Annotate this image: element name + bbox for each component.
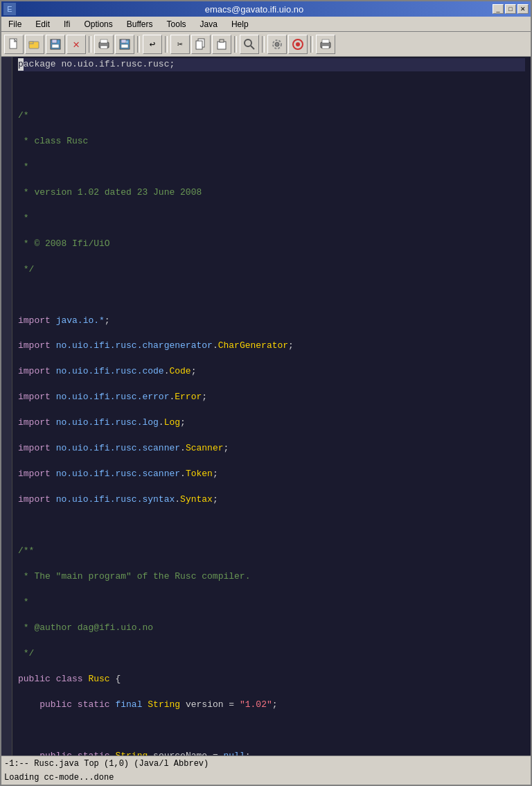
svg-point-19 — [275, 42, 279, 46]
status-bar: -1:-- Rusc.java Top (1,0) (Java/l Abbrev… — [1, 756, 531, 771]
print-button[interactable] — [94, 35, 114, 54]
toolbar-sep3 — [165, 36, 168, 53]
maximize-button[interactable]: □ — [505, 4, 516, 14]
line-gutter — [1, 57, 12, 756]
window-title: emacs@gavato.ifi.uio.no — [16, 4, 493, 15]
minibuffer[interactable]: Loading cc-mode...done — [1, 771, 531, 785]
svg-rect-2 — [29, 42, 33, 44]
svg-point-17 — [245, 40, 251, 46]
title-bar: E emacs@gavato.ifi.uio.no _ □ ✕ — [1, 1, 531, 17]
menu-ifi[interactable]: Ifi — [60, 18, 74, 30]
save-file-button[interactable] — [46, 35, 65, 54]
svg-text:+: + — [125, 40, 128, 44]
menu-java[interactable]: Java — [196, 18, 222, 30]
toolbar-sep4 — [234, 36, 237, 53]
svg-rect-16 — [220, 40, 224, 42]
svg-rect-11 — [121, 44, 128, 48]
close-window-button[interactable]: ✕ — [517, 4, 529, 14]
toolbar-sep5 — [262, 36, 265, 53]
text-cursor: p — [18, 58, 24, 71]
run-button[interactable] — [288, 35, 308, 54]
main-window: E emacs@gavato.ifi.uio.no _ □ ✕ File Edi… — [0, 0, 532, 786]
svg-rect-25 — [322, 46, 329, 49]
menu-edit[interactable]: Edit — [31, 18, 54, 30]
menu-bar: File Edit Ifi Options Buffers Tools Java… — [1, 17, 531, 32]
open-file-button[interactable] — [25, 35, 44, 54]
menu-file[interactable]: File — [4, 18, 26, 30]
toolbar: ✕ + ↩ ✂ — [1, 32, 531, 57]
app-icon: E — [3, 3, 16, 15]
menu-help[interactable]: Help — [227, 18, 253, 30]
svg-rect-4 — [52, 40, 57, 43]
close-buffer-button[interactable]: ✕ — [66, 35, 86, 54]
svg-rect-7 — [100, 40, 107, 43]
svg-point-22 — [296, 42, 300, 46]
save-as-button[interactable]: + — [115, 35, 134, 54]
toolbar-sep2 — [137, 36, 140, 53]
toolbar-sep1 — [89, 36, 91, 53]
menu-options[interactable]: Options — [80, 18, 116, 30]
editor-area[interactable]: package no.uio.ifi.rusc.rusc; /* * class… — [1, 57, 531, 756]
cut-button[interactable]: ✂ — [170, 35, 190, 54]
menu-tools[interactable]: Tools — [163, 18, 190, 30]
svg-rect-5 — [52, 44, 59, 48]
toolbar-sep6 — [310, 36, 313, 53]
paste-button[interactable] — [212, 35, 231, 54]
copy-button[interactable] — [191, 35, 211, 54]
print2-button[interactable] — [316, 35, 335, 54]
compile-button[interactable] — [267, 35, 287, 54]
search-button[interactable] — [240, 35, 259, 54]
minimize-button[interactable]: _ — [493, 4, 504, 14]
title-buttons: _ □ ✕ — [493, 4, 529, 14]
status-text: -1:-- Rusc.java Top (1,0) (Java/l Abbrev… — [4, 759, 528, 769]
code-editor[interactable]: package no.uio.ifi.rusc.rusc; /* * class… — [12, 57, 531, 756]
svg-rect-15 — [218, 42, 226, 49]
new-file-button[interactable] — [4, 35, 24, 54]
menu-buffers[interactable]: Buffers — [123, 18, 157, 30]
svg-line-18 — [251, 46, 254, 49]
undo-button[interactable]: ↩ — [143, 35, 162, 54]
svg-rect-14 — [196, 41, 202, 49]
svg-rect-8 — [100, 46, 107, 49]
svg-rect-24 — [322, 40, 329, 43]
minibuffer-text: Loading cc-mode...done — [4, 773, 114, 783]
